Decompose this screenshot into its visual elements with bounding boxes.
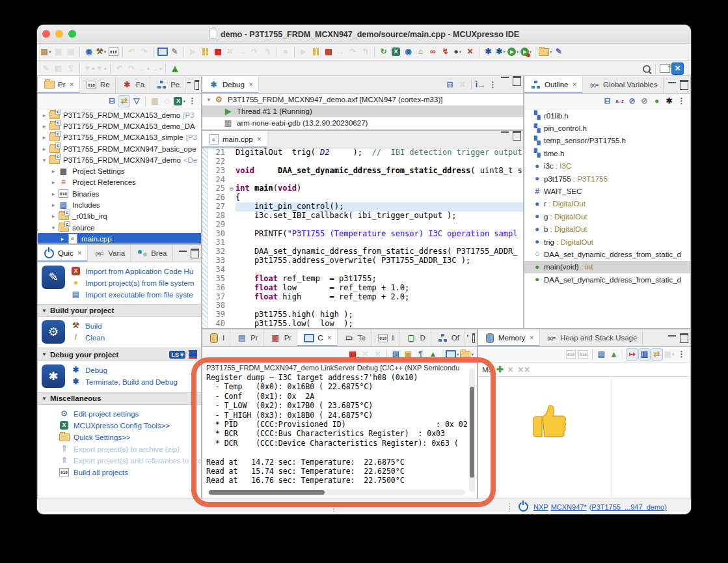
collapse-triangle-icon[interactable]: ▼ [42, 308, 47, 314]
maximize-view-icon[interactable] [472, 333, 475, 343]
expand-arrow-icon[interactable]: ▸ [59, 236, 66, 242]
quickstart-link-debug[interactable]: ✱Debug [70, 364, 178, 376]
quickstart-link-mcuxpresso-config-tools[interactable]: XMCUXpresso Config Tools>> [58, 420, 201, 431]
code-line-29[interactable]: 29 [208, 221, 523, 230]
build-tile[interactable]: ⚙ [42, 320, 65, 344]
save-all-icon[interactable]: ▣ [65, 46, 76, 57]
expand-arrow-icon[interactable]: ▸ [49, 213, 57, 219]
tree-item-project-references[interactable]: ▸≡Project References [38, 177, 201, 188]
tab-i[interactable]: I [202, 329, 230, 346]
expand-arrow-icon[interactable]: ▾ [49, 225, 57, 231]
expand-arrow-icon[interactable]: ▸ [40, 146, 48, 152]
disconnect-icon[interactable]: ✕ [224, 46, 236, 57]
expand-arrow-icon[interactable]: ▸ [40, 123, 48, 130]
code-line-25[interactable]: 25⊖int main(void) [208, 184, 523, 193]
new-wizard-icon[interactable]: ▧▾ [40, 46, 51, 57]
outline-item-r[interactable]: ●r : DigitalOut [524, 198, 690, 210]
collapse-all-icon[interactable]: ⊟ [444, 79, 455, 90]
filter-outline-icon[interactable]: ✱ [664, 96, 675, 107]
debug-perspective-icon[interactable]: ✕ [671, 63, 684, 74]
tree-item-p3t1755-frdm-mcxn947-basic-ope[interactable]: ▸cP3T1755_FRDM_MCXN947_basic_ope [38, 143, 201, 154]
tab-outline[interactable]: Outline✕ [524, 76, 583, 93]
forward-icon[interactable]: →▾ [151, 63, 162, 74]
tree-item-main-cpp[interactable]: ▸cmain.cpp [38, 233, 201, 243]
erase-icon[interactable]: ●▾ [452, 46, 463, 57]
code-line-37[interactable]: 37 float high = ref_temp + 2.0; [208, 293, 523, 302]
search-icon[interactable] [641, 63, 652, 74]
tree-item-binaries[interactable]: ▸010Binaries [38, 188, 201, 199]
config-tools-menu-icon[interactable]: X▾ [174, 96, 185, 107]
link-sync-icon[interactable]: ⇄ [651, 349, 662, 360]
terminate-all-icon[interactable] [323, 46, 334, 57]
next-edit-icon[interactable]: ↷ [126, 63, 137, 74]
expand-arrow-icon[interactable]: ▸ [49, 191, 57, 197]
outline-item-temp-sensor-p3t1755-h[interactable]: ▚temp_sensor/P3T1755.h [524, 135, 690, 147]
fold-marker-icon[interactable]: ⊖ [228, 184, 236, 193]
quickstart-link-build-all-projects[interactable]: 010Build all projects [58, 467, 201, 478]
quickstart-link-quick-settings[interactable]: Quick Settings>> [58, 432, 201, 443]
redo-icon[interactable]: ↷ [139, 46, 150, 57]
tab-heap-and-stack-usage[interactable]: (x)=Heap and Stack Usage [540, 329, 643, 346]
maximize-view-icon[interactable] [513, 76, 521, 86]
minimize-view-icon[interactable] [187, 81, 191, 88]
link-with-editor-icon[interactable]: ⇄ [118, 96, 129, 107]
debug-item-thread-1-1-running[interactable]: ▶Thread #1 1 (Running) [202, 105, 523, 117]
step-return-2-icon[interactable]: ↰ [360, 46, 371, 57]
filter-icon[interactable]: ▽ [131, 96, 142, 107]
tab-pr[interactable]: Pr✕ [38, 76, 80, 93]
reset-icon[interactable]: ↻ [378, 46, 389, 57]
code-area[interactable]: 21DigitalOut trig( D2 ); // IBI detectio… [208, 148, 523, 328]
step-over-2-icon[interactable]: ↷ [347, 46, 358, 57]
code-line-40[interactable]: 40 p3t1755.low( low ); [208, 320, 523, 328]
quickstart-link-clean[interactable]: /Clean [70, 332, 105, 343]
tree-item-r01lib-irq[interactable]: ▸c_r01lib_irq [38, 211, 201, 222]
section-header-build-your-project[interactable]: ▼Build your project [38, 304, 201, 317]
tab-memory[interactable]: Memory✕ [478, 329, 540, 346]
outline-item-daa-set-dynamic-ddress-from-static-d[interactable]: ●DAA_set_dynamic_ddress_from_static_d [524, 273, 690, 286]
tree-item-p3t1755-frdm-mcxn947-demo[interactable]: ▾cP3T1755_FRDM_MCXN947_demo<De [38, 154, 201, 165]
close-tab-icon[interactable]: ✕ [572, 81, 577, 88]
tab-of[interactable]: Of [431, 329, 465, 346]
close-tab-icon[interactable]: ✕ [530, 335, 535, 341]
quickfix-icon[interactable]: ✎ [554, 46, 565, 57]
scroll-lock-icon[interactable]: ▣ [403, 349, 414, 360]
close-tab-icon[interactable]: ✕ [257, 136, 262, 143]
word-wrap-icon[interactable]: ¶ [415, 349, 426, 360]
view-menu-icon[interactable]: ⋮ [487, 79, 498, 90]
tab-i[interactable]: 010I [371, 329, 399, 346]
close-tab-icon[interactable]: ✕ [327, 335, 332, 341]
debug-tile[interactable]: ✱ [42, 364, 65, 388]
quickstart-link-import-from-application-code-hu[interactable]: XImport from Application Code Hu [70, 266, 194, 277]
outline-item-g[interactable]: ●g : DigitalOut [524, 210, 690, 223]
code-line-34[interactable]: 34 [208, 266, 523, 275]
quickstart-link-export-project-s-and-references-to-archi[interactable]: ⇑Export project(s) and references to arc… [58, 455, 201, 466]
minimize-view-icon[interactable] [179, 250, 187, 256]
code-line-22[interactable]: 22 [208, 158, 523, 167]
step-return-icon[interactable]: ↰ [262, 46, 273, 57]
build-binary-icon[interactable]: 010 [108, 46, 119, 57]
outline-item-main-void[interactable]: ●main(void) : int [524, 261, 690, 273]
outline-item-daa-set-dynamic-ddress-from-static-d[interactable]: ○DAA_set_dynamic_ddress_from_static_d [524, 248, 690, 260]
upload-icon[interactable]: ◉ [83, 46, 94, 57]
annotations-icon[interactable]: ▼▾ [96, 63, 107, 74]
code-line-27[interactable]: 27 init_pin_control(); [208, 202, 523, 212]
outline-item-wait-sec[interactable]: #WAIT_SEC [524, 185, 690, 197]
remove-all-launches-icon[interactable]: ✕ [372, 349, 383, 360]
tree-item-p3t1755-frdm-mcxa153-demo[interactable]: ▸cP3T1755_FRDM_MCXA153_demo[P3 [38, 109, 201, 120]
hide-static-icon[interactable]: ⊘ [639, 96, 650, 107]
focus-icon[interactable]: ◇ [161, 96, 172, 107]
quickstart-link-edit-project-settings[interactable]: ⊙Edit project settings [58, 408, 201, 419]
expand-arrow-icon[interactable]: ▸ [49, 179, 57, 185]
maximize-view-icon[interactable] [680, 80, 688, 90]
flash-icon[interactable]: ↯ [440, 46, 451, 57]
code-line-24[interactable]: 24 [208, 176, 523, 185]
probe-badge[interactable]: LS ▾ [169, 351, 185, 359]
probe-icon[interactable] [189, 350, 197, 359]
expand-arrow-icon[interactable]: ▸ [40, 134, 48, 141]
tab-main-cpp[interactable]: cmain.cpp✕ [202, 131, 267, 148]
debug-item-arm-none-eabi-gdb-13-2-90-20230627[interactable]: ▥arm-none-eabi-gdb (13.2.90.20230627) [202, 117, 523, 129]
show-thread-info-icon[interactable]: i→ [475, 79, 486, 90]
tree-item-includes[interactable]: ▸▤Includes [38, 199, 201, 210]
save-icon[interactable]: ▣ [53, 46, 64, 57]
section-header-debug-your-project[interactable]: ▼Debug your projectLS ▾ [38, 348, 201, 361]
